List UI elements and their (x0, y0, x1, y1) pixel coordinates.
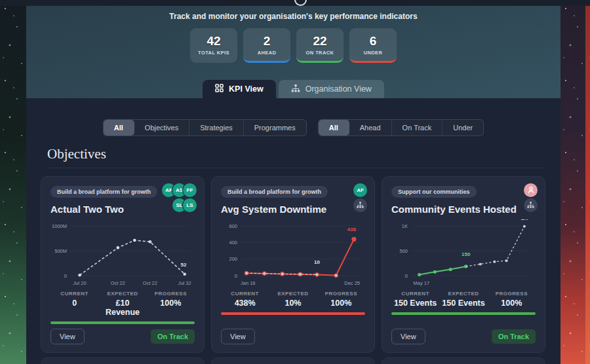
svg-text:0: 0 (405, 273, 408, 279)
progress-value: 100% (317, 299, 365, 308)
svg-text:0: 0 (235, 273, 237, 279)
filter-status-ahead[interactable]: Ahead (349, 120, 392, 136)
stat-label: ON TRACK (306, 50, 334, 56)
svg-text:1000M: 1000M (52, 223, 67, 229)
stat-under: 6 UNDER (349, 28, 397, 63)
kpi-card-actual-two-two: Build a broad platform for growth Actual… (41, 176, 205, 353)
filter-status-all[interactable]: All (319, 120, 349, 136)
svg-text:200: 200 (229, 256, 237, 262)
filter-type-objectives[interactable]: Objectives (134, 120, 189, 136)
section-title: Objectives (47, 146, 540, 162)
sitemap-icon (353, 198, 367, 212)
view-button[interactable]: View (391, 329, 425, 344)
svg-text:Jul 20: Jul 20 (73, 280, 87, 286)
status-filter-group: All Ahead On Track Under (318, 119, 484, 136)
dashboard-app: Track and monitor your organisation's ke… (26, 6, 560, 364)
svg-text:Jan 16: Jan 16 (241, 280, 256, 286)
clipped-heading-glyph (294, 0, 307, 6)
sitemap-icon (524, 198, 538, 212)
filter-row: All Objectives Strategies Programmes All… (26, 98, 560, 136)
sitemap-icon (291, 84, 300, 94)
svg-text:52: 52 (180, 262, 186, 268)
current-label: CURRENT (391, 291, 439, 297)
avatar-cluster: AF (321, 183, 367, 212)
status-badge: On Track (492, 329, 536, 344)
svg-text:10: 10 (314, 259, 320, 265)
filter-status-on-track[interactable]: On Track (392, 120, 443, 136)
stat-ahead: 2 AHEAD (243, 28, 290, 63)
progress-label: PROGRESS (147, 291, 195, 297)
svg-text:150: 150 (462, 251, 471, 257)
current-label: CURRENT (50, 291, 98, 297)
background-starfield-left (0, 0, 26, 364)
kpi-card-community-events-hosted: Support our communities Community Events… (382, 176, 545, 353)
progress-label: PROGRESS (317, 291, 365, 297)
avatar-cluster: AFASFF SLLS (151, 183, 197, 212)
tab-organisation-view[interactable]: Organisation View (279, 80, 384, 98)
expected-value: 150 Events (439, 299, 487, 308)
kpi-card-clipped (41, 357, 205, 364)
kpi-line-chart: 0500M1000MJul 20Oct 22Oct 22Jul 3252 (50, 219, 195, 287)
card-footer: View (221, 329, 365, 344)
svg-text:500M: 500M (54, 248, 67, 254)
progress-label: PROGRESS (488, 291, 536, 297)
header: Track and monitor your organisation's ke… (26, 6, 560, 98)
kpi-card-clipped (382, 357, 545, 364)
filter-type-strategies[interactable]: Strategies (189, 120, 244, 136)
stat-label: TOTAL KPIS (198, 50, 229, 56)
expected-label: EXPECTED (439, 291, 487, 297)
svg-text:Oct 22: Oct 22 (111, 280, 125, 286)
progress-bar (221, 312, 365, 315)
next-cards-row-clipped (26, 357, 560, 364)
expected-label: EXPECTED (269, 291, 317, 297)
stat-label: UNDER (364, 50, 383, 56)
svg-text:438: 438 (347, 227, 357, 232)
current-value: 150 Events (391, 299, 439, 308)
progress-value: 100% (147, 299, 195, 308)
kpi-stats: CURRENT150 Events EXPECTED150 Events PRO… (391, 291, 536, 308)
objective-tag: Build a broad platform for growth (221, 186, 328, 198)
view-button[interactable]: View (50, 329, 85, 344)
background-starfield-right (560, 0, 590, 364)
person-icon (524, 183, 538, 197)
expected-value: 10% (269, 299, 317, 308)
view-button[interactable]: View (221, 329, 255, 344)
grid-icon (215, 84, 224, 94)
objective-tag: Support our communities (391, 186, 477, 198)
card-footer: View On Track (391, 329, 536, 344)
tab-label: KPI View (229, 84, 264, 94)
current-label: CURRENT (221, 291, 269, 297)
svg-text:1K: 1K (521, 219, 528, 221)
filter-type-programmes[interactable]: Programmes (244, 120, 306, 136)
stat-value: 6 (370, 34, 377, 48)
page-subtitle: Track and monitor your organisation's ke… (26, 6, 560, 21)
svg-text:1K: 1K (402, 223, 408, 229)
filter-status-under[interactable]: Under (442, 120, 483, 136)
avatar: FF (183, 183, 197, 197)
avatar: LS (183, 198, 197, 212)
progress-bar (50, 321, 195, 324)
svg-text:400: 400 (229, 240, 237, 246)
kpi-line-chart: 05001KMay 171501K (391, 219, 536, 287)
progress-bar (391, 312, 536, 315)
stat-value: 22 (313, 34, 326, 48)
top-strip (0, 0, 590, 6)
progress-value: 100% (488, 299, 536, 308)
svg-text:0: 0 (64, 273, 67, 279)
kpi-stats: CURRENT438% EXPECTED10% PROGRESS100% (221, 291, 365, 308)
main-panel: All Objectives Strategies Programmes All… (26, 98, 560, 364)
avatar-cluster (492, 183, 538, 212)
type-filter-group: All Objectives Strategies Programmes (103, 119, 307, 136)
stat-label: AHEAD (258, 50, 277, 56)
svg-text:Dec 25: Dec 25 (344, 280, 360, 286)
tab-label: Organisation View (305, 84, 372, 94)
current-value: 438% (221, 299, 269, 308)
stat-value: 42 (206, 34, 220, 48)
stat-total-kpis: 42 TOTAL KPIS (190, 28, 237, 63)
current-value: 0 (50, 299, 98, 308)
filter-type-all[interactable]: All (104, 120, 134, 136)
kpi-stats: CURRENT0 EXPECTED£10 Revenue PROGRESS100… (50, 291, 195, 317)
svg-text:May 17: May 17 (414, 280, 430, 286)
tab-kpi-view[interactable]: KPI View (203, 80, 276, 98)
svg-text:Jul 32: Jul 32 (178, 280, 191, 286)
